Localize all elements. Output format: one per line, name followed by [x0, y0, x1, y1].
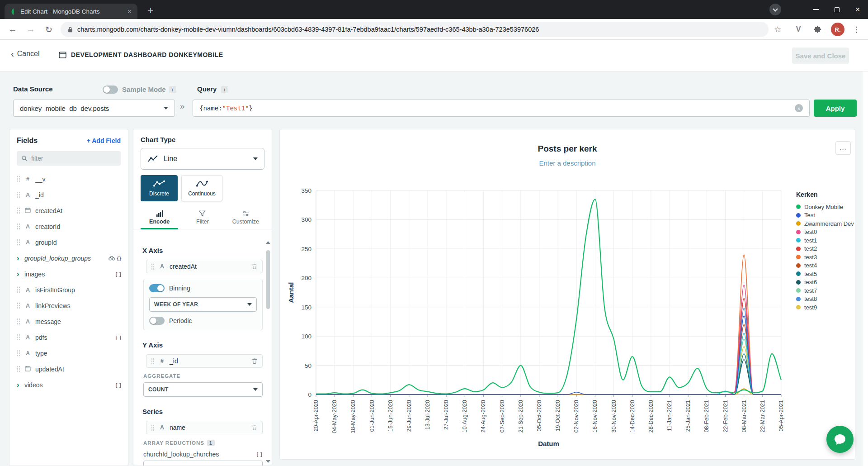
query-input[interactable]: {name:"Test1"} ✕ [193, 100, 810, 117]
field-row-__v[interactable]: #__v [9, 171, 128, 187]
expand-chevron-icon[interactable]: › [17, 271, 20, 277]
drag-handle-icon[interactable] [17, 334, 20, 341]
expand-chevron-icon[interactable]: › [17, 255, 20, 262]
drag-handle-icon[interactable] [151, 358, 155, 365]
browser-tab[interactable]: Edit Chart - MongoDB Charts ✕ [5, 4, 137, 19]
field-row-isFirstInGroup[interactable]: AisFirstInGroup [9, 282, 128, 298]
legend-item-test6[interactable]: test6 [796, 278, 856, 287]
legend-item-test4[interactable]: test4 [796, 262, 856, 270]
window-close-button[interactable]: ✕ [847, 0, 868, 19]
drag-handle-icon[interactable] [17, 350, 20, 357]
drag-handle-icon[interactable] [151, 263, 155, 270]
scroll-up-icon[interactable] [266, 241, 270, 244]
field-row-creatorId[interactable]: AcreatorId [9, 219, 128, 234]
tab-encode[interactable]: Encode [138, 208, 181, 229]
drag-handle-icon[interactable] [17, 318, 20, 325]
browser-menu-kebab-icon[interactable]: ⋮ [850, 23, 863, 36]
drag-handle-icon[interactable] [17, 239, 20, 246]
x-axis-field-chip[interactable]: A createdAt [146, 260, 263, 273]
legend-item-Test[interactable]: Test [796, 211, 856, 220]
drag-handle-icon[interactable] [17, 302, 20, 309]
window-minimize-button[interactable] [806, 0, 826, 19]
scroll-down-icon[interactable] [266, 460, 270, 463]
continuous-button[interactable]: Continuous [181, 175, 222, 201]
legend-item-Donkey Mobile[interactable]: Donkey Mobile [796, 203, 856, 211]
field-row-groupId[interactable]: AgroupId [9, 234, 128, 250]
legend-item-test5[interactable]: test5 [796, 270, 856, 278]
field-row-type[interactable]: Atype [9, 345, 128, 361]
field-row-_id[interactable]: A_id [9, 187, 128, 203]
trash-icon[interactable] [251, 358, 258, 364]
bookmark-star-icon[interactable]: ☆ [771, 23, 784, 36]
chart-description-placeholder[interactable]: Enter a description [280, 159, 855, 167]
expand-chevron-icon[interactable]: › [17, 382, 20, 388]
field-row-videos[interactable]: ›videos[ ] [9, 377, 128, 393]
field-row-createdAt[interactable]: createdAt [9, 203, 128, 219]
drag-handle-icon[interactable] [17, 286, 20, 293]
unwind-array-select[interactable]: UNWIND ARRAY [143, 461, 263, 466]
aggregate-select[interactable]: COUNT [143, 382, 263, 397]
tab-close-icon[interactable]: ✕ [125, 8, 134, 15]
tab-filter[interactable]: Filter [181, 208, 224, 229]
legend-item-test2[interactable]: test2 [796, 245, 856, 253]
field-row-updatedAt[interactable]: updatedAt [9, 361, 128, 377]
window-maximize-button[interactable] [826, 0, 847, 19]
v-extension-icon[interactable]: V [792, 23, 805, 36]
cancel-button[interactable]: ‹ Cancel [11, 50, 39, 58]
add-field-button[interactable]: + Add Field [87, 137, 121, 144]
drag-handle-icon[interactable] [17, 223, 20, 230]
tab-customize[interactable]: Customize [224, 208, 267, 229]
field-row-pdfs[interactable]: Apdfs[ ] [9, 329, 128, 345]
scrollbar-thumb[interactable] [266, 250, 270, 309]
data-source-select[interactable]: donkey_mobile_db_dev.posts [13, 100, 175, 117]
field-name: groupId [35, 239, 57, 246]
field-row-message[interactable]: Amessage [9, 314, 128, 329]
field-row-groupId_lookup_groups[interactable]: ›groupId_lookup_groups{} [9, 250, 128, 266]
new-tab-button[interactable]: + [144, 4, 157, 18]
drag-handle-icon[interactable] [17, 191, 20, 198]
legend-item-test9[interactable]: test9 [796, 303, 856, 312]
query-info-icon[interactable]: i [221, 86, 228, 93]
legend-dot [796, 247, 801, 251]
trash-icon[interactable] [251, 263, 258, 270]
legend-item-test1[interactable]: test1 [796, 236, 856, 245]
legend-item-Zwammerdam Dev[interactable]: Zwammerdam Dev [796, 219, 856, 228]
chart-menu-button[interactable]: … [835, 141, 851, 155]
field-filter-input[interactable] [17, 151, 121, 166]
field-row-linkPreviews[interactable]: AlinkPreviews [9, 298, 128, 314]
filter-text-field[interactable] [31, 155, 116, 162]
legend-item-test7[interactable]: test7 [796, 286, 856, 295]
binning-toggle[interactable] [149, 284, 165, 292]
drag-handle-icon[interactable] [17, 366, 20, 372]
encode-scrollbar[interactable] [265, 240, 271, 464]
drag-handle-icon[interactable] [17, 176, 20, 182]
discrete-button[interactable]: Discrete [141, 175, 178, 201]
drag-handle-icon[interactable] [17, 207, 20, 214]
browser-update-icon[interactable] [769, 4, 781, 15]
y-axis-field-chip[interactable]: # _id [146, 354, 263, 368]
bin-unit-select[interactable]: WEEK OF YEAR [149, 297, 257, 312]
svg-text:30-Nov-2020: 30-Nov-2020 [611, 400, 617, 433]
profile-avatar[interactable]: R. [831, 23, 844, 36]
series-field-chip[interactable]: A name [146, 421, 263, 434]
trash-icon[interactable] [251, 424, 258, 431]
intercom-chat-button[interactable] [826, 426, 854, 453]
drag-handle-icon[interactable] [151, 424, 155, 431]
save-and-close-button[interactable]: Save and Close [792, 48, 849, 64]
svg-text:04-May-2020: 04-May-2020 [331, 400, 338, 433]
extensions-puzzle-icon[interactable] [811, 23, 824, 36]
legend-item-test3[interactable]: test3 [796, 253, 856, 262]
field-row-images[interactable]: ›images[ ] [9, 266, 128, 282]
sample-mode-toggle[interactable] [103, 86, 118, 94]
back-button[interactable]: ← [6, 23, 19, 36]
legend-item-test8[interactable]: test8 [796, 295, 856, 304]
sample-mode-info-icon[interactable]: i [169, 86, 176, 93]
reload-button[interactable]: ↻ [42, 23, 55, 36]
clear-query-icon[interactable]: ✕ [795, 104, 803, 112]
legend-item-test0[interactable]: test0 [796, 228, 856, 237]
discrete-label: Discrete [149, 190, 169, 197]
periodic-toggle[interactable] [149, 317, 165, 325]
chart-type-select[interactable]: Line [141, 148, 264, 170]
apply-button[interactable]: Apply [814, 100, 857, 117]
address-bar[interactable]: charts.mongodb.com/charts-donkey-mobile-… [61, 22, 769, 37]
